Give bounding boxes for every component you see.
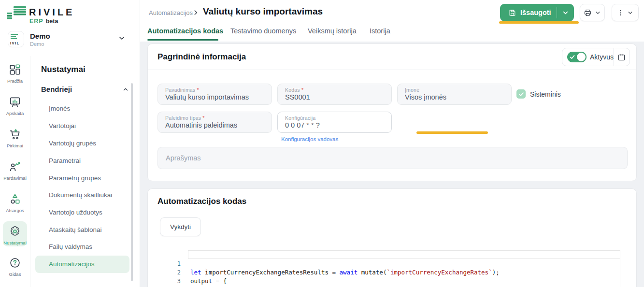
save-button[interactable]: Išsaugoti <box>500 4 574 21</box>
active-tab-underline <box>147 39 218 41</box>
rail-label: Pardavimai <box>0 175 30 181</box>
rail-label: Pradžia <box>0 78 30 84</box>
rail-label: Gidas <box>0 272 30 277</box>
rail-label: Nustatymai <box>0 240 30 245</box>
rail-item-nustatymai[interactable]: Nustatymai <box>0 225 30 245</box>
dashboard-icon <box>9 63 21 76</box>
field-pavadinimas[interactable]: Pavadinimas * <box>157 84 272 105</box>
imone-input[interactable] <box>405 93 504 101</box>
card-title: Automatizacijos kodas <box>157 197 246 206</box>
konfiguracija-input[interactable] <box>285 121 384 129</box>
code-line: 2 output = { <box>157 259 632 268</box>
menu-group-bendrieji[interactable]: Bendrieji <box>41 85 128 93</box>
save-icon <box>508 9 516 17</box>
rail-item-atsargos[interactable]: Atsargos <box>0 193 30 213</box>
breadcrumb[interactable]: Automatizacijos <box>149 9 193 16</box>
card-header-divider <box>148 70 636 70</box>
brand-logo: RIVILE ERPbeta <box>7 5 132 26</box>
page-title: Valiutų kurso importavimas <box>203 6 323 17</box>
tab-veiksmu-istorija[interactable]: Veiksmų istorija <box>308 27 357 35</box>
tab-automatizacijos-kodas[interactable]: Automatizacijos kodas <box>147 27 223 35</box>
field-label: Konfigūracija <box>285 115 384 121</box>
sisteminis-label: Sisteminis <box>530 90 561 98</box>
paleidimo-tipas-input[interactable] <box>165 121 264 129</box>
main-area: Automatizacijos Valiutų kurso importavim… <box>140 0 644 287</box>
rail-label: Atsargos <box>0 208 30 213</box>
rail-item-gidas[interactable]: Gidas <box>0 257 30 277</box>
pavadinimas-input[interactable] <box>165 93 264 101</box>
more-actions-button[interactable] <box>612 4 639 21</box>
brand-name: RIVILE <box>29 7 74 18</box>
company-selector[interactable]: IVIL Demo Demo <box>0 30 140 53</box>
sales-person-icon <box>9 160 21 173</box>
chevron-up-icon <box>122 86 129 93</box>
card-title: Pagrindinė informacija <box>157 52 246 62</box>
general-info-card: Pagrindinė informacija Aktyvus Pavadinim… <box>147 43 637 181</box>
save-dropdown-button[interactable] <box>557 9 573 16</box>
chevron-down-icon <box>118 34 126 42</box>
field-konfiguracija[interactable]: Konfigūracija <box>277 112 392 133</box>
menu-item-dokumentu-skaitliukai[interactable]: Dokumentų skaitliukai <box>35 187 129 204</box>
active-toggle[interactable] <box>567 52 587 62</box>
menu-scrollbar[interactable] <box>131 83 133 281</box>
menu-item-failu-valdymas[interactable]: Failų valdymas <box>35 238 129 256</box>
save-button-label: Išsaugoti <box>520 9 551 16</box>
tab-istorija[interactable]: Istorija <box>370 27 390 35</box>
sisteminis-checkbox[interactable] <box>516 89 526 99</box>
check-icon <box>518 91 524 97</box>
menu-item-automatizacijos[interactable]: Automatizacijos <box>35 256 129 273</box>
field-label: Paleidimo tipas * <box>165 115 264 121</box>
company-avatar-text: IVIL <box>10 41 20 45</box>
run-button-label: Vykdyti <box>170 223 191 230</box>
check-icon <box>570 54 575 60</box>
brand-erp: ERP <box>29 18 43 25</box>
rail-item-pradzia[interactable]: Pradžia <box>0 63 30 84</box>
field-kodas[interactable]: Kodas * <box>277 84 392 105</box>
config-guide-link[interactable]: Konfiguracijos vadovas <box>281 136 338 142</box>
sidebar: RIVILE ERPbeta IVIL Demo Demo Pradžia <box>0 0 140 287</box>
print-button[interactable] <box>580 4 605 21</box>
menu-item-vartotoju-grupes[interactable]: Vartotojų grupės <box>35 135 129 152</box>
menu-item-ataskaitu-sablonai[interactable]: Ataskaitų šablonai <box>35 221 129 239</box>
chevron-right-icon <box>192 9 199 16</box>
active-toggle-label: Aktyvus <box>590 53 614 61</box>
active-toggle-box: Aktyvus <box>562 48 630 66</box>
calendar-icon <box>617 53 626 61</box>
gear-icon <box>9 225 21 238</box>
run-button[interactable]: Vykdyti <box>160 217 201 236</box>
rail-item-pardavimai[interactable]: Pardavimai <box>0 160 30 181</box>
menu-item-vartotojai[interactable]: Vartotojai <box>35 117 129 135</box>
brand-subtitle: ERPbeta <box>29 18 58 25</box>
menu-item-imones[interactable]: Įmonės <box>35 100 129 117</box>
aprasymas-textarea[interactable] <box>157 147 628 169</box>
menu-item-parametrai[interactable]: Parametrai <box>35 152 129 170</box>
rail-item-apskaita[interactable]: Apskaita <box>0 96 30 116</box>
kodas-input[interactable] <box>285 93 384 101</box>
rail-item-pirkimai[interactable]: Pirkimai <box>0 128 30 148</box>
settings-menu: Nustatymai Bendrieji Įmonės Vartotojai V… <box>30 57 140 287</box>
tab-testavimo-duomenys[interactable]: Testavimo duomenys <box>230 27 296 35</box>
field-imone[interactable]: Įmonė <box>397 84 512 105</box>
rail-label: Pirkimai <box>0 143 30 148</box>
field-label: Pavadinimas * <box>165 87 264 93</box>
chevron-down-icon <box>562 9 569 16</box>
automation-code-card: Automatizacijos kodas Vykdyti 1 let impo… <box>147 188 637 287</box>
chevron-down-icon <box>595 10 601 16</box>
highlight-underline-konfiguracija <box>416 131 488 134</box>
kebab-menu-icon <box>617 9 624 17</box>
code-editor[interactable]: 1 let importCurrencyExchangeRatesResults… <box>157 250 632 287</box>
field-paleidimo-tipas[interactable]: Paleidimo tipas * <box>157 112 272 133</box>
menu-divider <box>35 279 129 279</box>
menu-item-parametru-grupes[interactable]: Parametrų grupės <box>35 170 129 187</box>
page-header: Automatizacijos Valiutų kurso importavim… <box>140 0 644 42</box>
calendar-button[interactable] <box>614 48 630 66</box>
chart-board-icon <box>9 96 21 108</box>
chevron-down-icon <box>627 10 633 16</box>
brand-beta: beta <box>46 18 58 25</box>
company-subtitle: Demo <box>30 41 44 47</box>
menu-group-label: Bendrieji <box>41 85 72 93</box>
code-line: 4 } <box>157 277 632 286</box>
sisteminis-checkbox-row[interactable]: Sisteminis <box>516 89 561 99</box>
field-label: Įmonė <box>405 87 504 93</box>
menu-item-vartotojo-uzduotys[interactable]: Vartotojo užduotys <box>35 204 129 221</box>
